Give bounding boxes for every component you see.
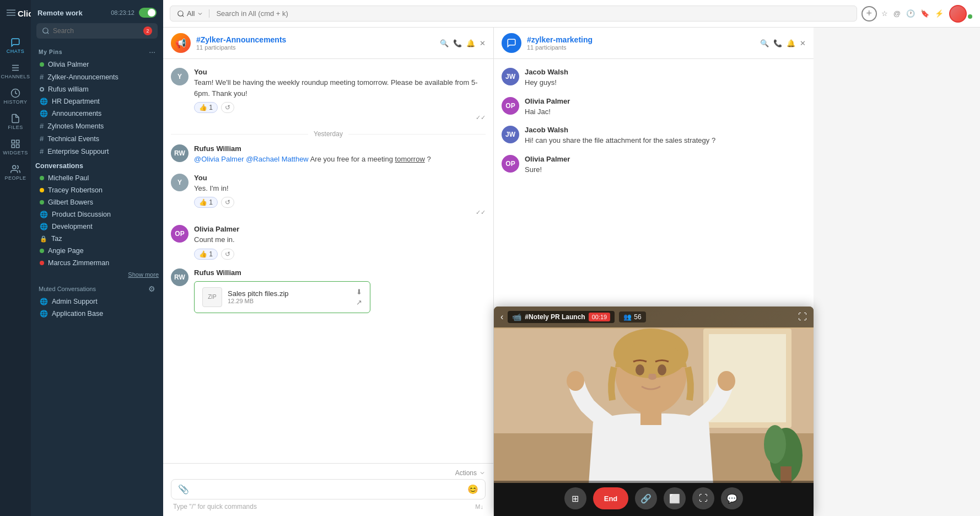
svg-rect-0 — [7, 9, 15, 10]
nav-channels[interactable]: CHANNELS — [2, 60, 29, 83]
sender-name: Olivia Palmer — [525, 97, 806, 105]
add-reaction-btn[interactable]: ↺ — [221, 249, 234, 260]
search-filter-label: All — [187, 9, 195, 18]
phone-icon[interactable]: 📞 — [453, 39, 462, 47]
status-dot — [40, 200, 44, 205]
emoji-picker-icon[interactable]: 😊 — [467, 484, 478, 495]
conv-michelle-paul[interactable]: Michelle Paul — [35, 172, 159, 184]
nav-files[interactable]: FILES — [2, 110, 29, 133]
reaction-thumbsup[interactable]: 👍 1 — [194, 197, 218, 208]
svg-point-25 — [658, 364, 666, 375]
file-attachment: ZIP Sales pitch files.zip 12.29 MB ⬇ ↗ — [194, 281, 370, 313]
pin-rufus-william[interactable]: Rufus william — [35, 83, 159, 95]
close-chat-icon[interactable]: ✕ — [480, 39, 486, 47]
reactions-row: 👍 1 ↺ — [194, 102, 486, 113]
conv-marcus-zimmerman[interactable]: Marcus Zimmerman — [35, 257, 159, 269]
pin-zylker-announcements[interactable]: # Zylker-Announcements — [35, 71, 159, 83]
pins-more-btn[interactable]: ··· — [149, 47, 155, 56]
status-toggle[interactable] — [139, 8, 157, 18]
user-avatar[interactable] — [949, 5, 967, 23]
right-participant-count: 11 participants — [527, 44, 755, 51]
file-type-icon: ZIP — [202, 287, 222, 307]
end-call-btn[interactable]: End — [593, 487, 629, 509]
search-right-chat-icon[interactable]: 🔍 — [760, 39, 769, 47]
nav-chats[interactable]: CHATS — [2, 34, 29, 57]
lightning-icon[interactable]: ⚡ — [935, 9, 944, 18]
reaction-thumbsup[interactable]: 👍 1 — [194, 102, 218, 113]
reaction-thumbsup[interactable]: 👍 1 — [194, 249, 218, 260]
conv-development[interactable]: 🌐 Development — [35, 221, 159, 233]
nav-history[interactable]: HISTORY — [2, 85, 29, 108]
show-more-btn[interactable]: Show more — [31, 269, 163, 280]
mention-olivia: @Olivia Palmer — [194, 155, 244, 163]
video-controls: ⊞ End 🔗 ⬜ ⛶ 💬 — [494, 481, 814, 516]
global-search-bar[interactable]: All — [170, 6, 857, 22]
search-chat-icon[interactable]: 🔍 — [440, 39, 449, 47]
markdown-toggle[interactable]: M↓ — [475, 503, 483, 510]
svg-line-11 — [47, 33, 49, 34]
pin-technical-events[interactable]: # Technical Events — [35, 132, 159, 145]
chat-btn[interactable]: 💬 — [721, 487, 743, 509]
participant-count: 11 participants — [196, 44, 434, 51]
nav-widgets[interactable]: WIDGETS — [2, 136, 29, 159]
clock-icon[interactable]: 🕐 — [906, 9, 915, 18]
pin-olivia-palmer[interactable]: Olivia Palmer — [35, 58, 159, 71]
icon-navigation: CHATS CHANNELS HISTORY FILES WIDGETS — [2, 34, 29, 184]
sender-name: Jacob Walsh — [525, 68, 806, 76]
sender-name: You — [194, 68, 486, 76]
read-receipt: ✓✓ — [476, 114, 486, 121]
sidebar-search-input[interactable] — [53, 27, 140, 35]
actions-bar[interactable]: Actions — [171, 469, 486, 477]
screen-share-btn[interactable]: ⊞ — [564, 487, 586, 509]
conversations-section: Michelle Paul Tracey Robertson Gilbert B… — [31, 172, 163, 269]
bell-right-icon[interactable]: 🔔 — [787, 39, 795, 47]
conv-taz[interactable]: 🔒 Taz — [35, 233, 159, 245]
conv-product-discussion[interactable]: 🌐 Product Discussion — [35, 208, 159, 221]
download-icon[interactable]: ⬇ — [356, 288, 362, 296]
conv-angie-page[interactable]: Angie Page — [35, 245, 159, 257]
screen-btn[interactable]: ⬜ — [664, 487, 686, 509]
add-button[interactable]: + — [861, 6, 877, 22]
nav-people[interactable]: PEOPLE — [2, 161, 29, 184]
video-expand-btn[interactable]: ⛶ — [798, 312, 807, 322]
message-input[interactable] — [193, 485, 463, 493]
pin-hr-department[interactable]: 🌐 HR Department — [35, 95, 159, 108]
bell-icon[interactable]: 🔔 — [466, 39, 475, 47]
close-right-chat-icon[interactable]: ✕ — [800, 39, 806, 47]
expand-btn[interactable]: ⛶ — [692, 487, 714, 509]
video-back-btn[interactable]: ‹ — [500, 312, 503, 322]
message-content: Olivia Palmer Count me in. 👍 1 ↺ — [194, 225, 486, 260]
at-icon[interactable]: @ — [893, 9, 901, 18]
link-btn[interactable]: 🔗 — [635, 487, 657, 509]
search-filter-dropdown[interactable]: All — [177, 9, 209, 18]
pin-enterprise-support[interactable]: # Enterprise Suppourt — [35, 145, 159, 158]
conv-label: Marcus Zimmerman — [48, 259, 109, 267]
muted-filter-icon[interactable]: ⚙ — [148, 284, 155, 293]
phone-right-icon[interactable]: 📞 — [773, 39, 782, 47]
add-reaction-btn[interactable]: ↺ — [221, 102, 234, 113]
message-row: Y You Yes. I'm in! 👍 1 ↺ ✓✓ — [171, 174, 486, 217]
global-search-input[interactable] — [216, 9, 849, 18]
muted-application-base[interactable]: 🌐 Application Base — [35, 308, 159, 320]
conv-tracey-robertson[interactable]: Tracey Robertson — [35, 184, 159, 196]
add-reaction-btn[interactable]: ↺ — [221, 197, 234, 208]
tomorrow-link[interactable]: tomorrow — [395, 155, 425, 163]
svg-point-24 — [636, 364, 644, 375]
share-icon[interactable]: ↗ — [356, 298, 362, 307]
star-icon[interactable]: ☆ — [881, 9, 888, 18]
attach-file-icon[interactable]: 📎 — [178, 484, 189, 495]
conv-label: Michelle Paul — [48, 174, 89, 182]
globe-icon: 🌐 — [40, 98, 48, 105]
sender-avatar: OP — [502, 97, 519, 115]
pin-announcements[interactable]: 🌐 Announcements — [35, 108, 159, 120]
conv-gilbert-bowers[interactable]: Gilbert Bowers — [35, 196, 159, 208]
input-hint: Type "/" for quick commands — [173, 503, 257, 510]
pin-zylnotes-moments[interactable]: # Zylnotes Moments — [35, 120, 159, 132]
hamburger-menu[interactable] — [7, 8, 15, 19]
hash-icon: # — [40, 122, 44, 130]
bookmark-icon[interactable]: 🔖 — [920, 9, 929, 18]
svg-rect-1 — [7, 12, 15, 13]
sidebar-search-bar[interactable]: 2 — [36, 23, 158, 39]
muted-admin-support[interactable]: 🌐 Admin Support — [35, 295, 159, 308]
message-content: Olivia Palmer Sure! — [525, 155, 806, 175]
